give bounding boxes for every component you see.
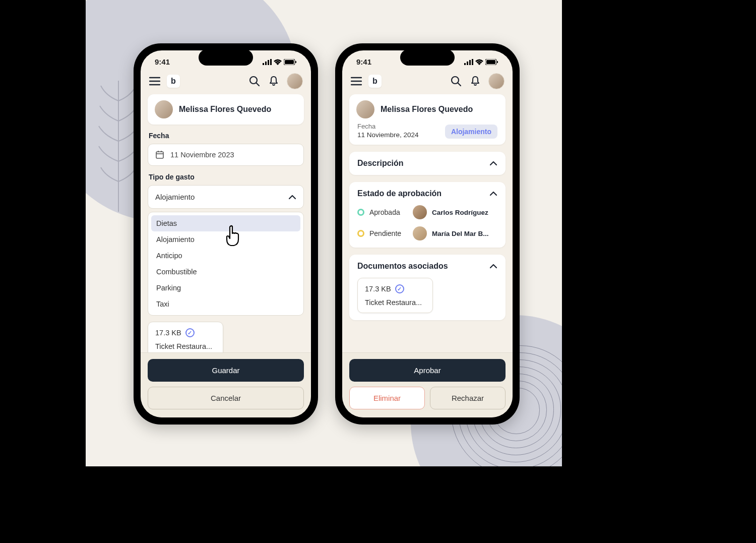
app-bar: b xyxy=(141,68,311,94)
delete-button[interactable]: Eliminar xyxy=(349,387,425,409)
check-icon: ✓ xyxy=(395,284,404,293)
document-name: Ticket Restaura... xyxy=(155,342,216,350)
search-icon[interactable] xyxy=(450,75,462,87)
chevron-up-icon xyxy=(489,264,497,269)
cancel-button[interactable]: Cancelar xyxy=(148,387,304,409)
svg-rect-21 xyxy=(486,60,495,64)
chevron-up-icon xyxy=(489,161,497,166)
save-button[interactable]: Guardar xyxy=(148,359,304,382)
search-icon[interactable] xyxy=(248,75,261,87)
expense-type-label: Tipo de gasto xyxy=(149,173,303,181)
svg-rect-0 xyxy=(263,63,264,65)
background-canvas: 9:41 b xyxy=(86,0,562,466)
phone-frame-left: 9:41 b xyxy=(134,43,318,425)
svg-rect-17 xyxy=(467,62,468,65)
approval-row: Pendiente María Del Mar B... xyxy=(357,226,497,240)
date-input[interactable]: 11 Noviembre 2023 xyxy=(148,144,304,166)
user-avatar[interactable] xyxy=(488,73,505,89)
approval-status-card: Estado de aprobación Aprobada Carlos Rod… xyxy=(349,182,506,248)
check-icon: ✓ xyxy=(185,328,195,337)
battery-icon xyxy=(284,59,297,65)
date-value: 11 Noviembre 2023 xyxy=(170,151,234,159)
user-avatar xyxy=(356,100,374,118)
menu-icon[interactable] xyxy=(149,75,161,87)
bell-icon[interactable] xyxy=(469,75,481,87)
document-size: 17.3 KB xyxy=(365,285,391,293)
approval-status: Pendiente xyxy=(369,229,408,237)
svg-rect-2 xyxy=(268,60,269,65)
status-icons xyxy=(464,57,498,66)
svg-rect-3 xyxy=(270,59,272,65)
chevron-up-icon xyxy=(489,191,497,196)
status-time: 9:41 xyxy=(356,57,371,66)
documents-card: Documentos asociados 17.3 KB ✓ Ticket Re… xyxy=(349,255,506,320)
app-logo[interactable]: b xyxy=(167,75,180,88)
approver-name: Carlos Rodríguez xyxy=(432,209,497,216)
expense-type-value: Alojamiento xyxy=(155,193,195,201)
svg-rect-12 xyxy=(156,152,163,158)
dropdown-option-taxi[interactable]: Taxi xyxy=(151,296,300,312)
description-toggle[interactable]: Descripción xyxy=(357,159,497,168)
approver-avatar xyxy=(413,205,427,219)
bell-icon[interactable] xyxy=(268,75,280,87)
approve-button[interactable]: Aprobar xyxy=(349,359,506,382)
expense-type-select[interactable]: Alojamiento xyxy=(148,185,304,209)
signal-icon xyxy=(263,59,272,65)
svg-line-27 xyxy=(458,83,461,86)
wifi-icon xyxy=(274,59,282,65)
user-card: Melissa Flores Quevedo xyxy=(148,94,304,125)
wifi-icon xyxy=(475,59,483,65)
menu-icon[interactable] xyxy=(350,75,362,87)
document-name: Ticket Restaura... xyxy=(365,298,425,307)
date-label: Fecha xyxy=(357,123,419,130)
approval-row: Aprobada Carlos Rodríguez xyxy=(357,205,497,219)
reject-button[interactable]: Rechazar xyxy=(430,387,506,409)
status-time: 9:41 xyxy=(155,57,170,66)
approver-avatar xyxy=(413,226,427,240)
document-chip[interactable]: 17.3 KB ✓ Ticket Restaura... xyxy=(148,322,223,352)
svg-rect-6 xyxy=(295,61,296,63)
approval-status: Aprobada xyxy=(369,208,408,216)
phone-notch xyxy=(400,49,455,66)
approval-toggle[interactable]: Estado de aprobación xyxy=(357,189,497,198)
status-dot-pending xyxy=(357,230,364,237)
svg-rect-19 xyxy=(472,59,473,65)
dropdown-option-alojamiento[interactable]: Alojamiento xyxy=(151,231,300,248)
document-size: 17.3 KB xyxy=(155,329,181,337)
user-avatar[interactable] xyxy=(287,73,303,89)
expense-type-dropdown: Dietas Alojamiento Anticipo Combustible … xyxy=(148,212,304,316)
expense-type-tag: Alojamiento xyxy=(445,125,497,139)
dropdown-option-combustible[interactable]: Combustible xyxy=(151,264,300,280)
dropdown-option-parking[interactable]: Parking xyxy=(151,280,300,296)
user-name: Melissa Flores Quevedo xyxy=(381,105,473,114)
battery-icon xyxy=(485,59,498,65)
status-dot-approved xyxy=(357,209,364,216)
calendar-icon xyxy=(155,150,164,159)
documents-title: Documentos asociados xyxy=(357,262,448,271)
approver-name: María Del Mar B... xyxy=(432,230,497,237)
user-card: Melissa Flores Quevedo Fecha 11 Noviembr… xyxy=(349,94,506,145)
description-card: Descripción xyxy=(349,152,506,175)
svg-rect-16 xyxy=(464,63,466,65)
approval-title: Estado de aprobación xyxy=(357,189,442,198)
svg-rect-18 xyxy=(469,60,471,65)
svg-rect-1 xyxy=(265,62,267,65)
svg-rect-5 xyxy=(285,60,294,64)
dropdown-option-anticipo[interactable]: Anticipo xyxy=(151,248,300,264)
chevron-up-icon xyxy=(288,195,296,200)
phone-notch xyxy=(199,49,253,66)
dropdown-option-dietas[interactable]: Dietas xyxy=(151,215,300,231)
documents-toggle[interactable]: Documentos asociados xyxy=(357,262,497,271)
status-icons xyxy=(263,57,297,66)
signal-icon xyxy=(464,59,473,65)
app-logo[interactable]: b xyxy=(368,75,382,88)
user-avatar xyxy=(155,100,173,118)
form-footer: Aprobar Eliminar Rechazar xyxy=(342,352,513,417)
app-bar: b xyxy=(342,68,513,94)
user-name: Melissa Flores Quevedo xyxy=(179,105,271,114)
document-chip[interactable]: 17.3 KB ✓ Ticket Restaura... xyxy=(357,278,433,313)
svg-rect-22 xyxy=(497,61,498,63)
phone-frame-right: 9:41 b xyxy=(335,43,520,425)
svg-line-11 xyxy=(257,83,260,86)
date-value: 11 Noviembre, 2024 xyxy=(357,131,419,139)
